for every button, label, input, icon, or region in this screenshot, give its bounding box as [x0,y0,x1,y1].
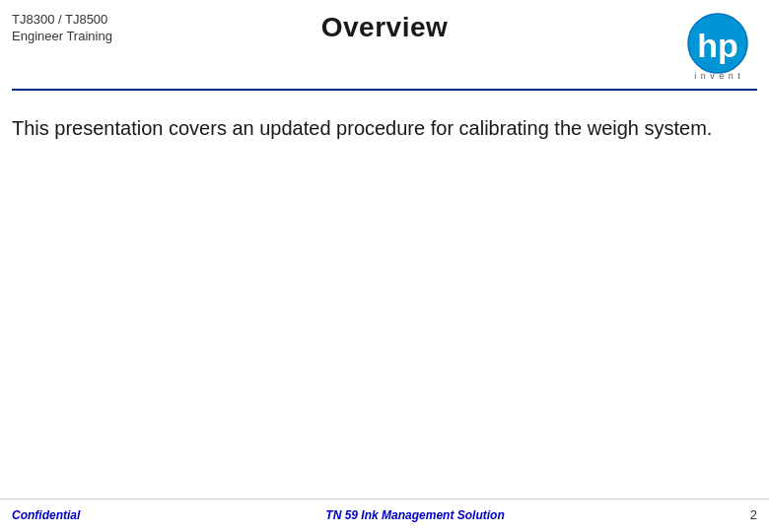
slide-container: TJ8300 / TJ8500 Engineer Training Overvi… [0,0,769,532]
header: TJ8300 / TJ8500 Engineer Training Overvi… [0,0,769,83]
footer: Confidential TN 59 Ink Management Soluti… [0,499,769,532]
header-left: TJ8300 / TJ8500 Engineer Training [12,12,112,45]
footer-center-text: TN 59 Ink Management Solution [325,508,504,522]
description-text: This presentation covers an updated proc… [12,114,757,143]
product-title: TJ8300 / TJ8500 [12,12,112,29]
svg-text:i n v e n t: i n v e n t [694,71,741,81]
footer-confidential: Confidential [12,508,80,522]
header-center: Overview [321,12,449,43]
hp-logo: hp i n v e n t [682,12,753,83]
main-content: This presentation covers an updated proc… [0,91,769,499]
svg-text:hp: hp [697,27,738,64]
slide-title: Overview [321,12,449,42]
engineer-training: Engineer Training [12,29,112,45]
footer-page-number: 2 [750,507,757,522]
